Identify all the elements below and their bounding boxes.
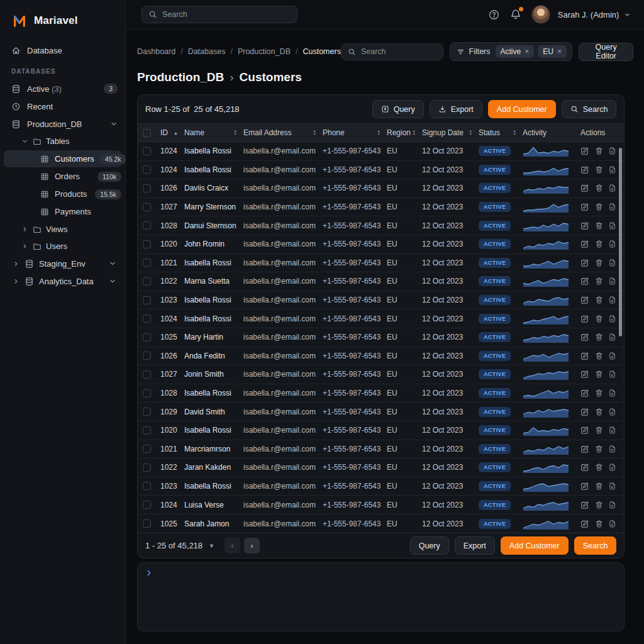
edit-button[interactable] bbox=[580, 258, 589, 267]
edit-button[interactable] bbox=[580, 314, 589, 323]
sidebar-table-item-customers[interactable]: Customers45.2k bbox=[4, 150, 121, 167]
row-checkbox[interactable] bbox=[143, 147, 151, 155]
delete-button[interactable] bbox=[595, 426, 603, 435]
delete-button[interactable] bbox=[595, 165, 603, 174]
details-button[interactable] bbox=[609, 258, 616, 267]
expand-console-chevron-icon[interactable] bbox=[145, 569, 153, 577]
sidebar-item-database[interactable]: Database bbox=[0, 42, 125, 59]
footer-query-button[interactable]: Query bbox=[410, 536, 449, 555]
filter-chip-eu[interactable]: EU× bbox=[538, 45, 567, 58]
delete-button[interactable] bbox=[595, 519, 603, 528]
chevron-down-icon[interactable] bbox=[109, 277, 116, 285]
breadcrumb-item[interactable]: Dashboard bbox=[137, 47, 175, 56]
edit-button[interactable] bbox=[580, 463, 589, 472]
export-button[interactable]: Export bbox=[430, 100, 482, 118]
delete-button[interactable] bbox=[595, 184, 603, 192]
details-button[interactable] bbox=[609, 463, 616, 472]
column-header-actions[interactable]: Actions bbox=[580, 124, 619, 142]
user-avatar[interactable] bbox=[531, 5, 550, 24]
details-button[interactable] bbox=[609, 240, 616, 248]
sidebar-db-staging_env[interactable]: Staging_Env bbox=[0, 255, 125, 272]
edit-button[interactable] bbox=[580, 519, 589, 528]
row-checkbox[interactable] bbox=[143, 258, 151, 267]
row-checkbox[interactable] bbox=[143, 165, 151, 174]
details-button[interactable] bbox=[609, 277, 616, 286]
delete-button[interactable] bbox=[595, 333, 603, 341]
row-checkbox[interactable] bbox=[143, 426, 151, 435]
filters-label[interactable]: Filters bbox=[457, 47, 491, 56]
edit-button[interactable] bbox=[580, 389, 589, 397]
edit-button[interactable] bbox=[580, 240, 589, 248]
sidebar-table-item-products[interactable]: Products15.5k bbox=[4, 186, 121, 203]
row-checkbox[interactable] bbox=[143, 203, 151, 211]
row-checkbox[interactable] bbox=[143, 370, 151, 379]
details-button[interactable] bbox=[609, 482, 616, 491]
sort-icon[interactable]: ▲▼ bbox=[377, 130, 380, 136]
delete-button[interactable] bbox=[595, 370, 603, 379]
notifications-bell-icon[interactable] bbox=[510, 9, 521, 20]
row-checkbox[interactable] bbox=[143, 352, 151, 360]
pagination-range[interactable]: 1 - 25 of 45,218 ▼ bbox=[145, 541, 214, 550]
row-checkbox[interactable] bbox=[143, 519, 151, 528]
details-button[interactable] bbox=[609, 221, 616, 230]
delete-button[interactable] bbox=[595, 203, 603, 211]
row-checkbox[interactable] bbox=[143, 482, 151, 490]
remove-filter-icon[interactable]: × bbox=[525, 47, 529, 56]
breadcrumb-item[interactable]: Databases bbox=[188, 47, 226, 56]
table-quick-search[interactable] bbox=[341, 43, 443, 60]
details-button[interactable] bbox=[609, 370, 616, 379]
details-button[interactable] bbox=[609, 296, 616, 304]
footer-export-button[interactable]: Export bbox=[455, 536, 495, 555]
details-button[interactable] bbox=[609, 165, 616, 174]
sidebar-table-item-payments[interactable]: Payments bbox=[4, 203, 121, 220]
column-header-id[interactable]: ID▲ bbox=[160, 124, 184, 142]
breadcrumb-item[interactable]: Customers bbox=[303, 47, 340, 56]
details-button[interactable] bbox=[609, 389, 616, 397]
edit-button[interactable] bbox=[580, 482, 589, 491]
sidebar-item-production-db[interactable]: Production_DB bbox=[0, 115, 125, 133]
row-checkbox[interactable] bbox=[143, 277, 151, 286]
column-header-activity[interactable]: Activity bbox=[523, 124, 580, 142]
footer-add-customer-button[interactable]: Add Customer bbox=[501, 536, 569, 555]
column-header-name[interactable]: Name▲▼ bbox=[184, 124, 243, 142]
query-editor-button[interactable]: Query Editor bbox=[579, 43, 633, 61]
details-button[interactable] bbox=[609, 501, 616, 509]
edit-button[interactable] bbox=[580, 352, 589, 360]
delete-button[interactable] bbox=[595, 482, 603, 491]
delete-button[interactable] bbox=[595, 352, 603, 360]
row-checkbox[interactable] bbox=[143, 389, 151, 397]
edit-button[interactable] bbox=[580, 426, 589, 435]
details-button[interactable] bbox=[609, 184, 616, 192]
edit-button[interactable] bbox=[580, 370, 589, 379]
delete-button[interactable] bbox=[595, 258, 603, 267]
details-button[interactable] bbox=[609, 445, 616, 453]
delete-button[interactable] bbox=[595, 221, 603, 230]
column-header-status[interactable]: Status▲▼ bbox=[479, 124, 523, 142]
row-checkbox[interactable] bbox=[143, 296, 151, 304]
chevron-down-icon[interactable] bbox=[109, 260, 116, 267]
row-checkbox[interactable] bbox=[143, 221, 151, 230]
details-button[interactable] bbox=[609, 408, 616, 416]
details-button[interactable] bbox=[609, 314, 616, 323]
edit-button[interactable] bbox=[580, 184, 589, 192]
edit-button[interactable] bbox=[580, 333, 589, 341]
edit-button[interactable] bbox=[580, 221, 589, 230]
remove-filter-icon[interactable]: × bbox=[557, 47, 562, 56]
next-page-button[interactable]: › bbox=[244, 538, 260, 553]
details-button[interactable] bbox=[609, 352, 616, 360]
row-checkbox[interactable] bbox=[143, 314, 151, 323]
details-button[interactable] bbox=[609, 426, 616, 435]
row-checkbox[interactable] bbox=[143, 464, 151, 472]
edit-button[interactable] bbox=[580, 501, 589, 509]
tree-node-users[interactable]: Users bbox=[0, 238, 125, 255]
table-scrollbar[interactable] bbox=[619, 148, 622, 336]
edit-button[interactable] bbox=[580, 408, 589, 416]
details-button[interactable] bbox=[609, 333, 616, 341]
global-search[interactable] bbox=[142, 6, 297, 23]
sort-icon[interactable]: ▲▼ bbox=[313, 130, 316, 136]
sort-icon[interactable]: ▲▼ bbox=[469, 130, 472, 136]
tree-node-tables[interactable]: Tables bbox=[0, 133, 125, 150]
edit-button[interactable] bbox=[580, 445, 589, 453]
delete-button[interactable] bbox=[595, 389, 603, 397]
tree-node-views[interactable]: Views bbox=[0, 221, 125, 238]
